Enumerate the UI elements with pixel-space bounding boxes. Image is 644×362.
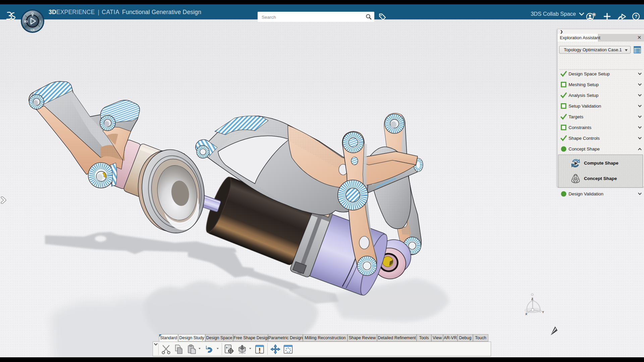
tab-design-study[interactable]: Design Study [178,334,205,342]
global-search[interactable] [258,12,374,22]
concept-shape-actions: Compute Shape Concept Shape [558,155,643,188]
panel-collapse-icon[interactable]: ❯ [560,30,564,34]
search-input[interactable] [261,12,363,22]
share-icon[interactable] [617,12,627,20]
chevron-down-icon[interactable] [638,72,642,76]
assistant-step-shape-controls[interactable]: Shape Controls [557,134,644,142]
assistant-step-design-validation[interactable]: Design Validation [557,190,644,198]
assistant-step-constraints[interactable]: Constraints [557,124,644,132]
update-settings-icon[interactable] [224,344,234,354]
assistant-step-analysis-setup[interactable]: Analysis Setup [557,92,644,100]
assistant-step-design-space-setup[interactable]: Design Space Setup [557,70,644,78]
chevron-down-icon[interactable] [638,136,642,140]
toolbar-collapse-icon[interactable] [154,343,158,346]
user-account-icon[interactable] [586,12,597,21]
chevron-down-icon [579,12,584,16]
panel-separator [559,69,643,70]
triad-x-label: X [525,312,527,316]
case-selector-caret-icon [625,49,628,51]
tab-standard[interactable]: Standard [159,334,178,342]
paste-icon[interactable] [187,344,197,354]
checkbox-empty-icon [560,103,567,109]
selection-set-icon[interactable] [283,344,293,354]
left-panel-expander-icon[interactable] [1,196,7,204]
chevron-down-icon[interactable] [638,192,642,196]
window-titlebar [0,0,644,4]
paste-dropdown-icon[interactable] [199,348,201,349]
panel-body: Topology Optimization Case.1 Design [557,42,644,187]
mesh-dropdown-icon[interactable] [249,348,251,349]
case-selector-value: Topology Optimization Case.1 [564,47,622,52]
brand-3d: 3D [49,9,56,15]
viewport-3d[interactable]: X Y Z [0,19,644,357]
concept-shape-button[interactable]: Concept Shape [558,171,643,186]
undo-dropdown-icon[interactable] [217,348,219,349]
panel-close-icon[interactable]: ✕ [637,35,642,40]
tab-design-space[interactable]: Design Space [205,334,233,342]
panel-top-strip: ❯ [557,29,644,34]
search-icon[interactable] [366,14,372,20]
case-selector[interactable]: Topology Optimization Case.1 [559,46,631,54]
panel-tab-title[interactable]: Exploration Assistant [557,34,598,42]
tab-view[interactable]: View [431,334,443,342]
check-icon [560,135,567,141]
3dexperience-compass[interactable]: 3D V,R i [20,9,45,34]
chevron-down-icon[interactable] [638,104,642,108]
tab-tools[interactable]: Tools [417,334,431,342]
tag-icon[interactable] [378,13,387,21]
top-app-bar: 3DEXPERIENCE|CATIAFunctional Generative … [0,4,644,19]
assistant-step-concept-shape[interactable]: Concept Shape [557,145,644,153]
help-icon[interactable]: ? [632,12,640,20]
tab-debug[interactable]: Debug [458,334,473,342]
case-table-icon[interactable] [634,46,641,54]
status-dot-icon [560,146,567,152]
tab-shape-review[interactable]: Shape Review [347,334,377,342]
warnings-icon[interactable] [255,344,265,354]
standard-toolbar [153,342,491,356]
tab-detailed-refinement[interactable]: Detailed Refinement [377,334,417,342]
tab-corner-marker [159,335,162,337]
undo-icon[interactable] [204,344,214,354]
chevron-up-icon[interactable] [638,147,642,151]
check-icon [560,92,567,99]
chevron-down-icon[interactable] [638,94,642,97]
tab-touch[interactable]: Touch [473,334,488,342]
collab-space-label: 3DS Collab Space [531,11,576,17]
tab-milling-reconstruction[interactable]: Milling Reconstruction [303,334,347,342]
svg-text:V,R: V,R [31,28,35,32]
move-robot-icon[interactable] [270,344,280,354]
checkbox-empty-icon [560,81,567,88]
assistant-step-meshing-setup[interactable]: Meshing Setup [557,81,644,89]
cut-icon[interactable] [161,344,171,354]
svg-text:i: i [40,20,41,23]
compute-shape-button[interactable]: Compute Shape [558,156,643,171]
checkbox-empty-icon [560,124,567,131]
chevron-down-icon[interactable] [638,126,642,129]
triad-y-label: Y [542,310,544,314]
check-icon [560,114,567,120]
assistant-step-setup-validation[interactable]: Setup Validation [557,102,644,110]
tab-free-shape-design[interactable]: Free Shape Design [233,334,268,342]
exploration-assistant-panel: ❯ Exploration Assistant ✕ Topology Optim… [557,29,644,187]
svg-text:3D: 3D [24,20,28,23]
check-icon [560,71,567,77]
axis-triad[interactable]: X Y Z [524,294,544,316]
application-window: X Y Z 3DEXPERIENCE|CATIAFunctional Gener… [0,0,644,362]
taskbar-strip [0,357,644,362]
triad-z-label: Z [531,297,533,301]
svg-text:?: ? [635,14,638,19]
compute-shape-icon [571,158,581,168]
chevron-down-icon[interactable] [638,115,642,119]
copy-icon[interactable] [174,344,184,354]
mesh-import-icon[interactable] [237,344,247,354]
a-arm-pivot-boss[interactable] [338,180,368,210]
tab-parametric-design[interactable]: Parametric Design [268,334,303,342]
chevron-down-icon[interactable] [638,83,642,86]
assistant-step-targets[interactable]: Targets [557,113,644,121]
collab-space-selector[interactable]: 3DS Collab Space [531,4,584,19]
status-dot-icon [560,191,567,197]
dassault-3ds-logo[interactable] [4,11,16,20]
tab-ar-vr[interactable]: AR-VR [443,334,458,342]
cursor-3d [551,326,557,335]
add-content-icon[interactable] [603,12,611,20]
